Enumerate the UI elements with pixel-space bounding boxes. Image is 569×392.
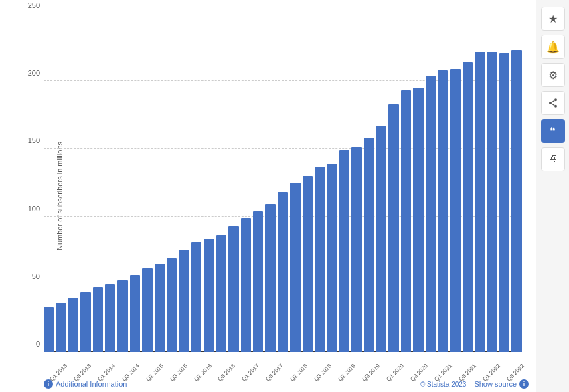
info-icon: i — [44, 379, 53, 389]
additional-info-label: Additional Information — [56, 380, 127, 388]
bar[interactable] — [56, 303, 66, 352]
x-tick-label — [306, 368, 309, 371]
x-tick-label — [210, 368, 213, 371]
y-tick-label: 100 — [28, 205, 40, 213]
bar[interactable] — [376, 126, 386, 352]
bar[interactable] — [216, 235, 226, 352]
bar[interactable] — [117, 280, 127, 352]
chart-container: Number of subscribers in millions 050100… — [0, 0, 536, 392]
bar[interactable] — [228, 226, 238, 352]
x-tick-label — [354, 368, 357, 371]
source-info-icon: i — [519, 379, 529, 389]
show-source-button[interactable]: Show source i — [474, 379, 529, 389]
show-source-label: Show source — [474, 380, 517, 388]
bar[interactable] — [413, 88, 423, 352]
bar[interactable] — [303, 176, 313, 352]
x-tick-label — [258, 368, 260, 371]
x-tick-label — [402, 368, 405, 371]
bars-wrapper — [44, 13, 522, 352]
bar[interactable] — [241, 218, 251, 352]
chart-area: 050100150200250 — [44, 13, 522, 352]
x-tick-label — [162, 368, 165, 371]
x-tick-label — [499, 368, 501, 371]
bar[interactable] — [179, 250, 189, 352]
x-tick-label — [282, 368, 284, 371]
bar[interactable] — [191, 242, 201, 352]
x-tick-label — [234, 368, 237, 371]
x-tick-label — [138, 368, 141, 371]
settings-button[interactable]: ⚙ — [541, 63, 565, 87]
bar[interactable] — [426, 76, 436, 352]
footer-right: © Statista 2023 Show source i — [420, 379, 529, 389]
x-tick-label — [66, 368, 68, 371]
statista-credit: © Statista 2023 — [420, 381, 467, 388]
bar[interactable] — [339, 150, 349, 352]
bar[interactable] — [265, 204, 275, 352]
svg-point-0 — [554, 98, 557, 101]
x-tick-label — [426, 368, 429, 371]
x-tick-label — [475, 368, 477, 371]
print-button[interactable]: 🖨 — [541, 147, 565, 171]
bar[interactable] — [499, 53, 509, 352]
y-tick-label: 0 — [36, 340, 40, 348]
bar[interactable] — [438, 70, 448, 352]
bar[interactable] — [80, 292, 90, 352]
bar[interactable] — [463, 62, 473, 352]
svg-line-4 — [551, 100, 554, 102]
bar[interactable] — [475, 52, 485, 352]
bar[interactable] — [93, 287, 103, 352]
bar[interactable] — [130, 275, 140, 352]
x-tick-label — [330, 368, 333, 371]
bar[interactable] — [364, 138, 374, 352]
x-tick-label — [378, 368, 381, 371]
bar[interactable] — [105, 284, 115, 352]
bar[interactable] — [278, 192, 288, 352]
x-tick-label — [451, 368, 453, 371]
star-button[interactable]: ★ — [541, 7, 565, 31]
bar[interactable] — [450, 69, 460, 352]
x-tick-label — [186, 368, 189, 371]
sidebar: ★🔔⚙❝🖨 — [536, 0, 569, 392]
svg-line-3 — [551, 104, 554, 106]
share-button[interactable] — [541, 91, 565, 115]
footer: i Additional Information © Statista 2023… — [0, 379, 536, 389]
bar[interactable] — [204, 239, 214, 352]
x-tick-label — [90, 368, 92, 371]
bar[interactable] — [44, 307, 54, 352]
bar[interactable] — [327, 164, 337, 352]
bar[interactable] — [68, 298, 78, 352]
svg-point-1 — [549, 102, 552, 104]
bar[interactable] — [351, 147, 361, 352]
y-tick-label: 50 — [32, 272, 40, 280]
bar[interactable] — [155, 264, 165, 352]
bar[interactable] — [315, 167, 325, 352]
y-tick-label: 150 — [28, 136, 40, 144]
bar[interactable] — [253, 211, 263, 352]
bar[interactable] — [142, 268, 152, 352]
bell-button[interactable]: 🔔 — [541, 35, 565, 59]
cite-button[interactable]: ❝ — [541, 119, 565, 143]
bar[interactable] — [167, 258, 177, 352]
x-tick-label — [114, 368, 116, 371]
svg-point-2 — [554, 105, 557, 108]
bar[interactable] — [290, 183, 300, 352]
bar[interactable] — [401, 90, 411, 352]
bar[interactable] — [511, 50, 521, 352]
y-tick-label: 200 — [28, 69, 40, 77]
y-tick-label: 250 — [28, 1, 40, 9]
additional-info[interactable]: i Additional Information — [44, 379, 127, 389]
bar[interactable] — [487, 52, 497, 352]
bar[interactable] — [388, 104, 398, 352]
